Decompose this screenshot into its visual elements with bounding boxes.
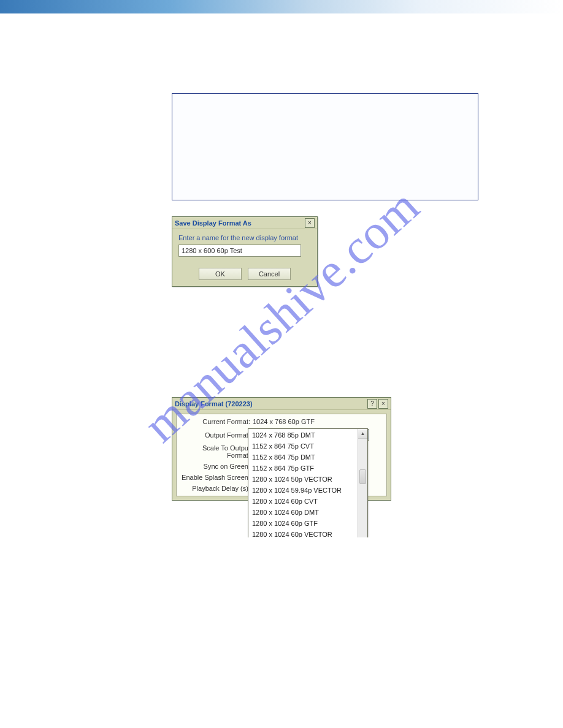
save-display-format-dialog: Save Display Format As × Enter a name fo… bbox=[172, 216, 318, 287]
dropdown-option[interactable]: 1280 x 1024 60p VECTOR bbox=[248, 529, 358, 537]
dropdown-option[interactable]: 1024 x 768 85p DMT bbox=[248, 430, 358, 441]
dropdown-option[interactable]: 1280 x 1024 60p DMT bbox=[248, 507, 358, 518]
content-placeholder-box bbox=[172, 93, 478, 200]
playback-delay-label: Playback Delay (s): bbox=[180, 485, 253, 492]
help-button[interactable]: ? bbox=[367, 399, 377, 409]
dropdown-option[interactable]: 1280 x 1024 50p VECTOR bbox=[248, 474, 358, 485]
dropdown-option[interactable]: 1280 x 1024 59.94p VECTOR bbox=[248, 485, 358, 496]
dropdown-option[interactable]: 1280 x 1024 60p CVT bbox=[248, 496, 358, 507]
dropdown-option[interactable]: 1152 x 864 75p CVT bbox=[248, 441, 358, 452]
cancel-button[interactable]: Cancel bbox=[248, 268, 291, 280]
scroll-track[interactable] bbox=[358, 439, 367, 537]
scroll-thumb[interactable] bbox=[359, 469, 366, 484]
dropdown-list: 1024 x 768 85p DMT1152 x 864 75p CVT1152… bbox=[248, 429, 358, 537]
enable-splash-label: Enable Splash Screen: bbox=[180, 474, 253, 481]
dialog-title: Display Format (720223) bbox=[175, 400, 367, 408]
output-format-label: Output Format: bbox=[180, 431, 253, 439]
current-format-row: Current Format: 1024 x 768 60p GTF bbox=[180, 418, 383, 425]
dropdown-option[interactable]: 1280 x 1024 60p GTF bbox=[248, 518, 358, 529]
dropdown-scrollbar[interactable]: ▲ ▼ bbox=[358, 429, 367, 537]
dialog-title: Save Display Format As bbox=[175, 219, 305, 227]
close-button[interactable]: × bbox=[305, 218, 315, 228]
dropdown-option[interactable]: 1152 x 864 75p GTF bbox=[248, 463, 358, 474]
save-prompt-label: Enter a name for the new display format bbox=[178, 234, 311, 241]
scroll-up-icon[interactable]: ▲ bbox=[358, 429, 367, 439]
sync-on-green-label: Sync on Green: bbox=[180, 463, 253, 470]
current-format-value: 1024 x 768 60p GTF bbox=[253, 418, 315, 425]
close-button[interactable]: × bbox=[378, 399, 388, 409]
dialog-titlebar: Save Display Format As × bbox=[172, 217, 317, 229]
display-format-dialog: Display Format (720223) ? × Current Form… bbox=[172, 397, 391, 501]
dialog-button-row: OK Cancel bbox=[172, 263, 317, 286]
dialog-body: Enter a name for the new display format bbox=[172, 229, 317, 263]
header-gradient-bar bbox=[0, 0, 563, 13]
format-name-input[interactable] bbox=[178, 245, 301, 257]
dropdown-option[interactable]: 1152 x 864 75p DMT bbox=[248, 452, 358, 463]
dialog-titlebar: Display Format (720223) ? × bbox=[172, 398, 391, 410]
ok-button[interactable]: OK bbox=[199, 268, 242, 280]
current-format-label: Current Format: bbox=[180, 418, 253, 425]
output-format-dropdown: 1024 x 768 85p DMT1152 x 864 75p CVT1152… bbox=[248, 428, 368, 537]
scale-to-output-label: Scale To Output Format: bbox=[180, 444, 253, 459]
